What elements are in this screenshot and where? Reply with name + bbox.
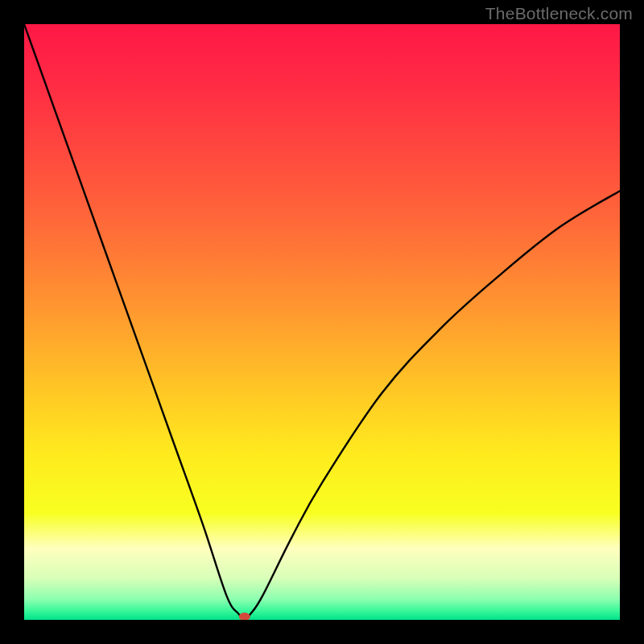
plot-area — [24, 24, 620, 620]
optimal-point-marker — [239, 613, 250, 620]
watermark-text: TheBottleneck.com — [485, 4, 633, 23]
bottleneck-curve — [24, 24, 620, 620]
chart-frame: TheBottleneck.com — [0, 0, 644, 644]
curve-layer — [24, 24, 620, 620]
